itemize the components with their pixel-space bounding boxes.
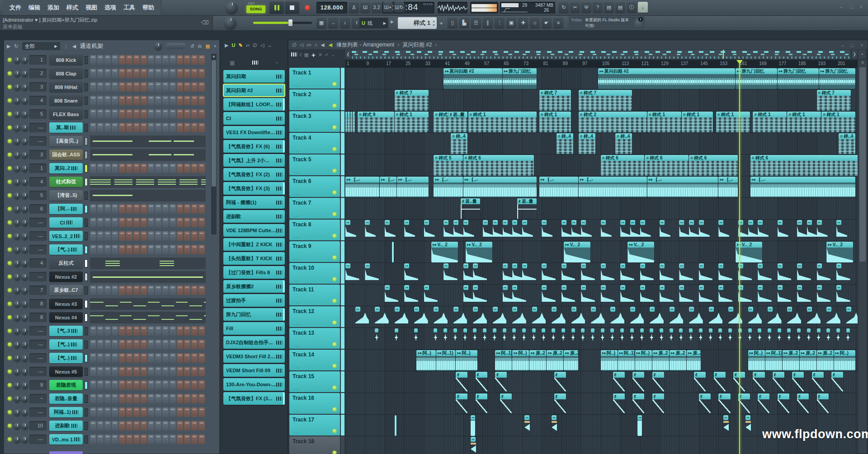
step-cell[interactable] bbox=[133, 109, 140, 119]
hit-clip[interactable]: ↦ bbox=[660, 263, 674, 281]
pattern-clip[interactable]: ≡样..4 bbox=[579, 133, 595, 154]
hit-clip[interactable]: ↦ bbox=[443, 263, 458, 281]
step-cell[interactable] bbox=[155, 394, 161, 403]
hit-clip[interactable]: ↦ bbox=[503, 220, 514, 237]
hit-clip[interactable]: ↦ bbox=[797, 263, 811, 281]
step-cell[interactable] bbox=[170, 435, 176, 444]
menu-item-视图[interactable]: 视图 bbox=[82, 4, 100, 12]
volume-knob[interactable] bbox=[22, 98, 28, 104]
pattern-play-icon[interactable]: ▶ bbox=[391, 19, 394, 24]
step-cell[interactable] bbox=[112, 421, 118, 431]
channel-button-26[interactable]: 若隐..音量 bbox=[49, 393, 83, 404]
step-cell[interactable] bbox=[148, 435, 154, 444]
hit-clip[interactable] bbox=[601, 328, 604, 344]
audio-clip[interactable]: ↦阿..) bbox=[456, 350, 477, 371]
piano-roll-preview[interactable] bbox=[90, 149, 206, 161]
hit-clip[interactable]: ↦ bbox=[610, 307, 624, 324]
hit-clip[interactable] bbox=[787, 328, 791, 344]
step-cell[interactable] bbox=[148, 82, 154, 92]
channel-number[interactable]: ~ bbox=[29, 394, 47, 403]
track-color-strip[interactable] bbox=[341, 154, 344, 175]
step-cell[interactable] bbox=[155, 353, 161, 363]
step-cell[interactable] bbox=[90, 82, 96, 92]
pattern-clip[interactable]: ≡样式 7 bbox=[579, 90, 632, 111]
hit-clip[interactable] bbox=[748, 328, 752, 344]
track-header-17[interactable]: Track 17... bbox=[289, 415, 340, 435]
pan-knob[interactable] bbox=[14, 138, 20, 145]
volume-knob[interactable] bbox=[22, 165, 28, 172]
track-color-strip[interactable] bbox=[341, 176, 344, 197]
minimap-options-button[interactable]: • bbox=[859, 50, 866, 59]
piano-roll-preview[interactable] bbox=[90, 271, 206, 283]
automation-clip[interactable]: ℓ bbox=[773, 372, 784, 392]
picker-item[interactable]: 【中间重鼓】Z KICK bbox=[223, 238, 285, 251]
track-color-strip[interactable] bbox=[341, 133, 344, 154]
pan-knob[interactable] bbox=[14, 314, 20, 321]
pattern-clip[interactable]: ≡样式 6 bbox=[689, 155, 738, 176]
volume-knob[interactable] bbox=[22, 382, 28, 388]
track-color-strip[interactable] bbox=[341, 220, 344, 240]
pan-knob[interactable] bbox=[14, 247, 20, 253]
pan-knob[interactable] bbox=[14, 382, 20, 388]
step-cell[interactable] bbox=[104, 367, 111, 376]
hit-clip[interactable]: ↦ bbox=[542, 285, 556, 302]
channel-number[interactable]: 7 bbox=[29, 286, 47, 295]
step-cell[interactable] bbox=[141, 367, 147, 376]
audio-clip[interactable]: ↦V.._2 bbox=[466, 242, 492, 262]
automation-clip[interactable]: ℓ bbox=[456, 393, 467, 413]
audio-clip[interactable]: ↦【..- bbox=[463, 177, 537, 197]
channel-number[interactable]: 3 bbox=[29, 82, 47, 92]
step-cell[interactable] bbox=[112, 109, 118, 119]
zoom-icon[interactable]: ○ bbox=[314, 42, 317, 48]
step-cell[interactable] bbox=[141, 380, 147, 390]
step-cell[interactable] bbox=[133, 394, 140, 403]
step-cell[interactable] bbox=[184, 394, 190, 403]
step-cell[interactable] bbox=[155, 231, 161, 241]
step-cell[interactable] bbox=[90, 55, 96, 65]
step-cell[interactable] bbox=[112, 164, 118, 173]
step-cell[interactable] bbox=[191, 109, 198, 119]
hit-clip[interactable] bbox=[473, 328, 476, 344]
step-cell[interactable] bbox=[141, 407, 147, 417]
mute-indicator[interactable] bbox=[85, 368, 88, 376]
pan-knob[interactable] bbox=[14, 396, 20, 402]
pattern-clip[interactable]: ≡样式 7 bbox=[539, 90, 571, 111]
step-cell[interactable] bbox=[97, 326, 104, 336]
step-cell[interactable] bbox=[133, 340, 140, 349]
step-cell[interactable] bbox=[141, 353, 147, 363]
pan-knob[interactable] bbox=[14, 111, 20, 117]
step-cell[interactable] bbox=[148, 218, 154, 227]
automation-clip[interactable]: ℓ bbox=[652, 372, 664, 392]
step-cell[interactable] bbox=[112, 353, 118, 363]
pattern-clip[interactable]: ≡ bbox=[345, 112, 347, 132]
step-cell[interactable] bbox=[141, 326, 147, 336]
step-cell[interactable] bbox=[170, 109, 176, 119]
step-cell[interactable] bbox=[198, 286, 205, 295]
hit-clip[interactable]: ↦ bbox=[748, 307, 762, 324]
channel-button-4[interactable]: 808 Snare bbox=[49, 95, 83, 106]
mute-indicator[interactable] bbox=[85, 327, 88, 335]
step-cell[interactable] bbox=[191, 340, 198, 349]
step-cell[interactable] bbox=[112, 435, 118, 444]
audio-clip[interactable]: ↦阿..1) bbox=[495, 350, 512, 371]
mute-indicator[interactable] bbox=[85, 314, 88, 322]
play-icon[interactable]: ▶ bbox=[225, 42, 228, 48]
automation-clip[interactable]: ℓ bbox=[718, 393, 730, 413]
step-cell[interactable] bbox=[133, 69, 140, 78]
channel-led[interactable] bbox=[8, 410, 12, 414]
hit-clip[interactable]: ↦ bbox=[473, 285, 487, 302]
channel-number[interactable]: --- bbox=[29, 245, 47, 254]
pan-knob[interactable] bbox=[14, 287, 20, 294]
volume-knob[interactable] bbox=[22, 396, 28, 402]
step-cell[interactable] bbox=[133, 435, 140, 444]
channel-number[interactable]: --- bbox=[29, 340, 47, 349]
step-cell[interactable] bbox=[170, 380, 176, 390]
step-cell[interactable] bbox=[191, 367, 198, 376]
volume-knob[interactable] bbox=[22, 247, 28, 253]
channel-led[interactable] bbox=[8, 85, 12, 89]
hit-clip[interactable] bbox=[699, 328, 703, 344]
pattern-clip[interactable]: ≡样式 5 bbox=[434, 155, 462, 176]
hit-clip[interactable] bbox=[434, 328, 437, 344]
step-cell[interactable] bbox=[162, 96, 169, 105]
audio-clip[interactable]: ↦莫问归期 #2 bbox=[443, 68, 502, 89]
